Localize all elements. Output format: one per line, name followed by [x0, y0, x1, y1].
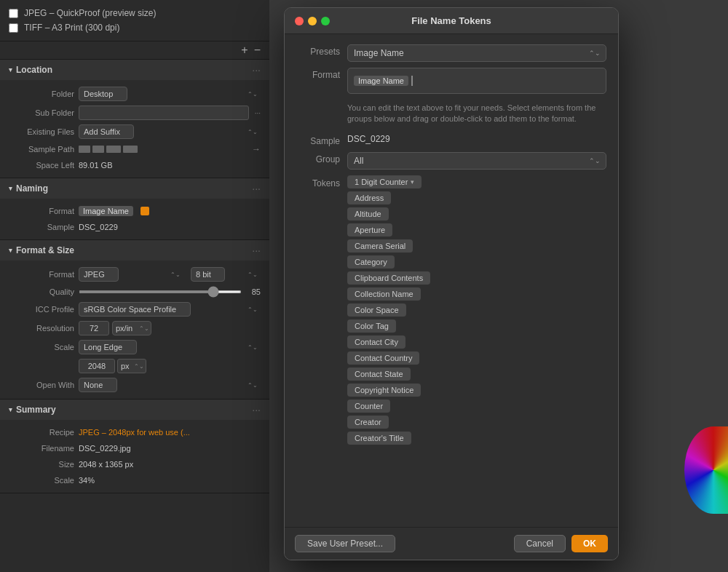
token-item[interactable]: Contact State — [347, 368, 411, 381]
modal-format-label: Format — [296, 68, 340, 80]
token-item[interactable]: Color Space — [347, 303, 406, 317]
modal-dialog: File Name Tokens Presets Image Name Sequ… — [284, 7, 619, 560]
summary-section-title: ▾ Summary — [9, 405, 56, 415]
format-field-label: Format — [9, 270, 74, 279]
token-item[interactable]: Aperture — [347, 223, 392, 237]
existing-files-select[interactable]: Add Suffix — [79, 124, 134, 139]
scale-value-group: px — [79, 359, 146, 373]
token-item[interactable]: Contact City — [347, 335, 405, 349]
quality-value: 85 — [246, 287, 261, 296]
path-box-1 — [79, 146, 90, 153]
preset-checkbox-jpeg[interactable] — [9, 9, 18, 18]
modal-tokens-row: Tokens 1 Digit Counter ▾AddressAltitudeA… — [296, 175, 606, 520]
format-size-section: ▾ Format & Size ··· Format JPEG 8 bit — [0, 240, 269, 400]
icc-select[interactable]: sRGB Color Space Profile — [79, 302, 191, 317]
add-preset-button[interactable]: + — [241, 44, 248, 56]
resolution-unit-select[interactable]: px/in — [112, 321, 151, 335]
modal-sample-row: Sample DSC_0229 — [296, 134, 606, 146]
token-item[interactable]: Clipboard Contents — [347, 271, 430, 285]
location-section-header[interactable]: ▾ Location ··· — [0, 60, 269, 80]
modal-group-select[interactable]: All Date EXIF IPTC File Counter — [347, 152, 606, 170]
summary-section: ▾ Summary ··· Recipe JPEG – 2048px for w… — [0, 400, 269, 493]
location-section-dots[interactable]: ··· — [252, 64, 261, 76]
existing-files-select-wrapper: Add Suffix — [79, 124, 261, 139]
open-with-label: Open With — [9, 381, 74, 389]
folder-select[interactable]: Desktop — [79, 87, 127, 101]
icc-field: ICC Profile sRGB Color Space Profile — [0, 300, 269, 319]
token-item[interactable]: Copyright Notice — [347, 384, 421, 397]
scale-value-input[interactable] — [79, 359, 115, 373]
format-size-section-body: Format JPEG 8 bit Quality 85 — [0, 261, 269, 399]
scale-unit-select[interactable]: px — [117, 359, 146, 373]
subfolder-dots[interactable]: ··· — [255, 109, 261, 117]
scale-unit-wrapper: px — [117, 359, 146, 373]
right-background: File Name Tokens Presets Image Name Sequ… — [269, 0, 728, 572]
token-item[interactable]: Category — [347, 255, 395, 269]
modal-format-area[interactable]: Image Name — [347, 68, 606, 94]
format-size-chevron-icon: ▾ — [9, 247, 12, 254]
token-item[interactable]: Counter — [347, 400, 390, 413]
format-size-title-label: Format & Size — [16, 245, 74, 255]
preset-checkbox-tiff[interactable] — [9, 23, 18, 33]
window-close-button[interactable] — [295, 17, 304, 25]
modal-hint-control: You can edit the text above to fit your … — [347, 100, 606, 128]
format-size-section-dots[interactable]: ··· — [252, 245, 261, 256]
summary-section-dots[interactable]: ··· — [252, 404, 261, 416]
space-left-field: Space Left 89.01 GB — [0, 157, 269, 173]
location-title-label: Location — [16, 65, 52, 75]
location-chevron-icon: ▾ — [9, 66, 12, 74]
token-item[interactable]: Camera Serial — [347, 239, 413, 253]
scale-summary-label: Scale — [9, 476, 74, 485]
format-size-section-header[interactable]: ▾ Format & Size ··· — [0, 240, 269, 261]
window-maximize-button[interactable] — [321, 17, 330, 25]
naming-section-dots[interactable]: ··· — [252, 183, 261, 194]
preset-item-jpeg[interactable]: JPEG – QuickProof (preview size) — [9, 6, 261, 20]
subfolder-input[interactable] — [79, 106, 249, 120]
bit-select[interactable]: 8 bit — [191, 267, 225, 282]
remove-preset-button[interactable]: − — [254, 44, 261, 56]
summary-section-header[interactable]: ▾ Summary ··· — [0, 400, 269, 420]
token-item[interactable]: Creator's Title — [347, 432, 411, 445]
scale-select[interactable]: Long Edge — [79, 340, 137, 354]
modal-titlebar: File Name Tokens — [285, 8, 618, 34]
scale-field: Scale Long Edge — [0, 338, 269, 357]
open-with-select-wrapper: None — [79, 378, 261, 392]
naming-section-header[interactable]: ▾ Naming ··· — [0, 178, 269, 199]
naming-format-field: Format Image Name — [0, 203, 269, 219]
summary-title-label: Summary — [16, 405, 56, 415]
format-select[interactable]: JPEG — [79, 267, 119, 282]
ok-button[interactable]: OK — [571, 535, 608, 552]
summary-section-body: Recipe JPEG – 2048px for web use (... Fi… — [0, 420, 269, 493]
token-item[interactable]: Collection Name — [347, 287, 421, 301]
token-dropdown-arrow-icon[interactable]: ▾ — [411, 178, 414, 186]
naming-section-title: ▾ Naming — [9, 183, 48, 194]
existing-files-field: Existing Files Add Suffix — [0, 122, 269, 141]
scale-value-field: px — [0, 357, 269, 376]
tokens-list-container: 1 Digit Counter ▾AddressAltitudeAperture… — [347, 175, 606, 445]
scale-select-wrapper: Long Edge — [79, 340, 261, 354]
modal-format-control: Image Name — [347, 68, 606, 94]
save-preset-button[interactable]: Save User Preset... — [295, 535, 395, 552]
token-item[interactable]: Altitude — [347, 207, 389, 221]
space-left-value: 89.01 GB — [79, 161, 261, 170]
window-minimize-button[interactable] — [308, 17, 317, 25]
resolution-input[interactable] — [79, 321, 109, 335]
modal-format-cursor — [411, 76, 413, 86]
footer-right: Cancel OK — [514, 535, 608, 552]
token-item[interactable]: 1 Digit Counter ▾ — [347, 175, 422, 188]
quality-slider[interactable] — [79, 290, 242, 293]
cancel-button[interactable]: Cancel — [514, 535, 566, 552]
modal-presets-row: Presets Image Name Sequence Date — [296, 44, 606, 62]
token-item[interactable]: Color Tag — [347, 319, 396, 333]
naming-format-token[interactable]: Image Name — [79, 206, 133, 216]
token-item[interactable]: Creator — [347, 416, 389, 429]
modal-container: File Name Tokens Presets Image Name Sequ… — [284, 7, 721, 565]
open-with-select[interactable]: None — [79, 378, 117, 392]
path-box-4 — [123, 146, 138, 153]
preset-item-tiff[interactable]: TIFF – A3 Print (300 dpi) — [9, 20, 261, 35]
token-item[interactable]: Contact Country — [347, 351, 419, 365]
recipe-field: Recipe JPEG – 2048px for web use (... — [0, 424, 269, 440]
token-item[interactable]: Address — [347, 191, 391, 204]
modal-presets-select[interactable]: Image Name Sequence Date — [347, 44, 606, 62]
format-select-wrapper: JPEG — [79, 267, 183, 282]
